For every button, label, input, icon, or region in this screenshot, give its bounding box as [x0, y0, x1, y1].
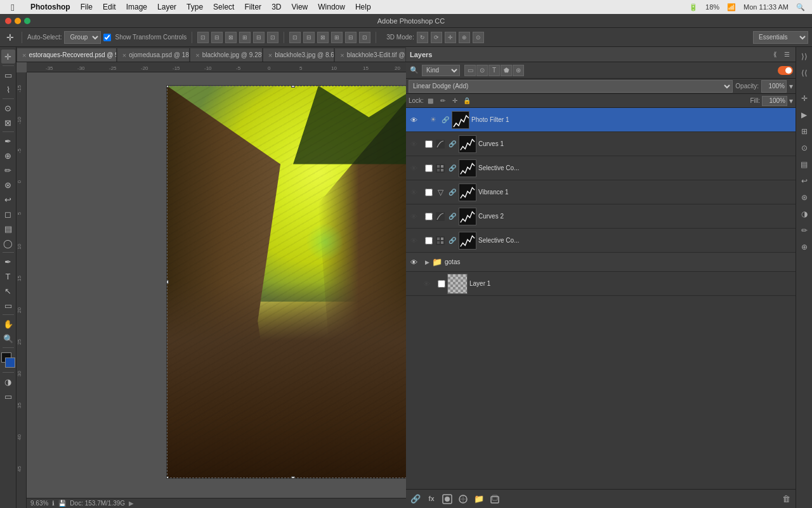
handle-tc[interactable] [291, 86, 295, 88]
distribute-top-btn[interactable]: ⊡ [289, 32, 301, 43]
3d-scale-btn[interactable]: ⊙ [473, 32, 484, 43]
tab-blackhole3[interactable]: × blackhole3.jpg @ 8.63% (Layer 1, R... [263, 48, 334, 62]
layers-icon[interactable]: ▤ [797, 157, 811, 171]
show-transform-checkbox[interactable] [103, 34, 111, 41]
tab-ojomedusa[interactable]: × ojomedusa.psd @ 18.6% (Layer 7, R... [117, 48, 190, 62]
align-vcenter-btn[interactable]: ⊟ [211, 32, 223, 43]
pen-tool[interactable]: ✒ [1, 255, 15, 269]
filter-type-btn[interactable]: T [488, 65, 500, 76]
blend-mode-select[interactable]: Linear Dodge (Add) Normal Multiply Scree… [409, 80, 733, 93]
hand-tool[interactable]: ✋ [1, 317, 15, 331]
eraser-tool[interactable]: ◻ [1, 207, 15, 221]
lock-all-btn[interactable]: 🔒 [462, 96, 472, 106]
tab-estoraques[interactable]: × estoraques-Recovered.psd @ 9.63% (Laye… [16, 48, 117, 62]
filter-adjust-btn[interactable]: ⊙ [476, 65, 488, 76]
add-group-btn[interactable]: 📁 [472, 492, 486, 506]
layer-row-layer-1[interactable]: 👁 Layer 1 [406, 272, 796, 296]
lock-paint-btn[interactable]: ✏ [438, 96, 448, 106]
distribute-left-btn[interactable]: ⊞ [331, 32, 343, 43]
eye-selective-1[interactable]: 👁 [409, 163, 419, 173]
3d-pan-btn[interactable]: ✛ [445, 32, 456, 43]
status-arrow[interactable]: ▶ [129, 500, 134, 507]
opacity-input[interactable] [761, 80, 787, 93]
visibility-checkbox-vibrance-1[interactable] [425, 189, 433, 196]
distribute-vcenter-btn[interactable]: ⊟ [303, 32, 315, 43]
expand-right-btn[interactable]: ⟨⟨ [797, 66, 811, 80]
quick-mask-tool[interactable]: ◑ [1, 375, 15, 389]
add-adjustment-btn[interactable] [456, 492, 470, 506]
brush-tool[interactable]: ✏ [1, 163, 15, 177]
marquee-tool[interactable]: ▭ [1, 68, 15, 82]
eye-vibrance-1[interactable]: 👁 [409, 187, 419, 197]
fx-btn[interactable]: fx [424, 492, 438, 506]
layer-row-selective-1[interactable]: 👁 🔗 Selective Co... [406, 156, 796, 180]
menu-select[interactable]: Select [208, 0, 239, 14]
visibility-checkbox-selective-2[interactable] [425, 237, 433, 244]
align-hcenter-btn[interactable]: ⊟ [253, 32, 265, 43]
search-icon[interactable]: 🔍 [794, 3, 807, 11]
menu-image[interactable]: Image [121, 0, 152, 14]
menu-edit[interactable]: Edit [98, 0, 121, 14]
collapse-right-btn[interactable]: ⟩⟩ [797, 50, 811, 64]
tab-close-1[interactable]: × [22, 51, 26, 59]
healing-tool[interactable]: ⊕ [1, 149, 15, 163]
move-icon[interactable]: ✛ [797, 91, 811, 105]
add-mask-btn[interactable] [440, 492, 454, 506]
app-name[interactable]: Photoshop [25, 3, 75, 11]
essentials-select[interactable]: Essentials Photography Painting [753, 31, 808, 44]
distribute-right-btn[interactable]: ⊡ [359, 32, 370, 43]
tab-close-3[interactable]: × [195, 51, 199, 59]
clone-icon[interactable]: ⊕ [797, 240, 811, 254]
filter-kind-select[interactable]: Kind Name Effect Mode Attribute Color [422, 65, 460, 76]
3d-roll-btn[interactable]: ⟳ [431, 32, 442, 43]
close-button[interactable] [5, 18, 11, 24]
panel-menu-btn[interactable]: ☰ [782, 50, 792, 60]
expand-gotas-icon[interactable]: ▶ [425, 259, 429, 265]
handle-ml[interactable] [167, 280, 169, 284]
quick-select-tool[interactable]: ⊙ [1, 101, 15, 115]
align-left-btn[interactable]: ⊞ [239, 32, 251, 43]
link-curves-1[interactable]: 🔗 [448, 140, 457, 149]
distribute-bottom-btn[interactable]: ⊠ [317, 32, 329, 43]
tab-blackhole[interactable]: × blackhole.jpg @ 9.28% (Layer 2, RG... [190, 48, 263, 62]
brush-icon[interactable]: ✏ [797, 224, 811, 237]
lock-transparent-btn[interactable]: ▩ [426, 96, 436, 106]
tab-close-4[interactable]: × [268, 51, 272, 59]
color-swatches[interactable] [0, 352, 16, 370]
actions-icon[interactable]: ⊛ [797, 190, 811, 204]
filter-pixel-btn[interactable]: ▭ [464, 65, 476, 76]
visibility-checkbox-layer-1[interactable] [438, 280, 445, 288]
menu-filter[interactable]: Filter [239, 0, 266, 14]
eye-gotas[interactable]: 👁 [409, 257, 419, 267]
add-layer-btn[interactable] [488, 492, 502, 506]
color-icon[interactable]: ◑ [797, 207, 811, 221]
layer-row-vibrance-1[interactable]: 👁 ▽ 🔗 Vibrance 1 [406, 180, 796, 204]
panel-collapse-btn[interactable]: ⟪ [770, 50, 780, 60]
lasso-tool[interactable]: ⌇ [1, 83, 15, 97]
align-right-btn[interactable]: ⊡ [267, 32, 278, 43]
opacity-dropdown-icon[interactable]: ▾ [789, 82, 793, 91]
fill-dropdown-icon[interactable]: ▾ [789, 97, 793, 105]
distribute-hcenter-btn[interactable]: ⊟ [345, 32, 357, 43]
menu-layer[interactable]: Layer [152, 0, 181, 14]
menu-view[interactable]: View [286, 0, 313, 14]
layer-row-curves-1[interactable]: 👁 🔗 Curves 1 [406, 132, 796, 156]
menu-help[interactable]: Help [350, 0, 376, 14]
align-bottom-btn[interactable]: ⊠ [225, 32, 237, 43]
tab-blackhole3-edit[interactable]: × blackhole3-Edit.tif @ 19.5% (RGB/1... [334, 48, 406, 62]
move-tool-icon[interactable]: ✛ [4, 32, 16, 43]
3d-slide-btn[interactable]: ⊕ [459, 32, 470, 43]
link-layers-btn[interactable]: 🔗 [409, 492, 422, 506]
delete-layer-btn[interactable]: 🗑 [779, 492, 793, 506]
shape-tool[interactable]: ▭ [1, 298, 15, 312]
handle-tl[interactable] [167, 86, 169, 88]
layer-row-photo-filter-1[interactable]: 👁 ☀ 🔗 Photo Filter 1 [406, 108, 796, 132]
filter-smart-btn[interactable]: ⊛ [513, 65, 524, 76]
dodge-tool[interactable]: ◯ [1, 236, 15, 250]
eye-curves-2[interactable]: 👁 [409, 211, 419, 222]
menu-type[interactable]: Type [181, 0, 208, 14]
link-vibrance-1[interactable]: 🔗 [448, 188, 457, 197]
visibility-checkbox-curves-2[interactable] [425, 213, 433, 220]
move-tool[interactable]: ✛ [1, 50, 15, 64]
lock-move-btn[interactable]: ✛ [450, 96, 460, 106]
